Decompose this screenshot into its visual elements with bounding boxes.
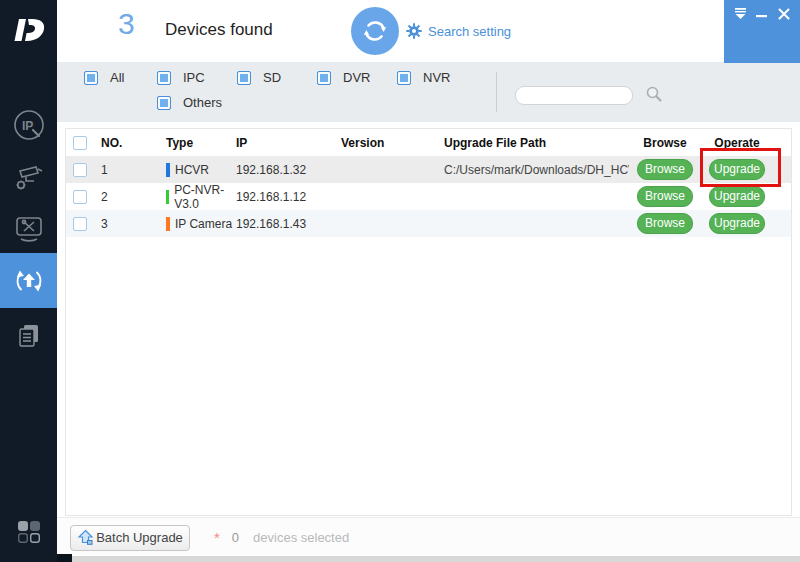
search-setting-button[interactable]: Search setting xyxy=(406,23,511,39)
selected-count: 0 xyxy=(232,530,239,545)
ip-modify-icon: IP xyxy=(10,106,48,144)
filter-label: All xyxy=(110,70,124,85)
refresh-button[interactable] xyxy=(351,7,399,55)
col-no: NO. xyxy=(96,129,161,156)
document-icon xyxy=(13,320,45,352)
col-ip: IP xyxy=(233,129,339,156)
batch-upgrade-button[interactable]: Batch Upgrade xyxy=(70,525,190,551)
selected-count-label: devices selected xyxy=(253,530,349,545)
table-header-row: NO. Type IP Version Upgrade File Path Br… xyxy=(66,129,791,156)
gear-icon xyxy=(406,23,422,39)
filter-checkbox[interactable] xyxy=(157,96,171,110)
row-ip: 192.168.1.32 xyxy=(233,156,339,183)
row-type: PC-NVR-V3.0 xyxy=(174,183,233,211)
row-version xyxy=(339,156,441,183)
header: 3 Devices found xyxy=(57,0,800,62)
upgrade-button[interactable]: Upgrade xyxy=(709,186,765,207)
row-version xyxy=(339,183,441,210)
col-version: Version xyxy=(339,129,441,156)
filter-checkbox[interactable] xyxy=(237,71,251,85)
row-checkbox[interactable] xyxy=(73,190,87,204)
camera-config-icon xyxy=(11,161,47,197)
row-no: 3 xyxy=(96,210,161,237)
row-version xyxy=(339,210,441,237)
type-color-bar xyxy=(166,217,170,231)
filter-item: Others xyxy=(157,95,222,110)
sidebar-item-ip-modify[interactable]: IP xyxy=(0,103,57,147)
filter-checkbox[interactable] xyxy=(157,71,171,85)
browse-button[interactable]: Browse xyxy=(637,159,693,180)
row-no: 1 xyxy=(96,156,161,183)
upgrade-button[interactable]: Upgrade xyxy=(709,213,765,234)
sidebar: IP xyxy=(0,0,57,562)
col-operate: Operate xyxy=(701,129,791,156)
sidebar-item-maintenance[interactable] xyxy=(0,208,57,252)
batch-upgrade-label: Batch Upgrade xyxy=(96,530,183,545)
dahua-logo xyxy=(0,8,57,52)
filter-bar: All IPC SD DVR NVR Others xyxy=(57,62,800,122)
sidebar-item-document[interactable] xyxy=(0,314,57,358)
device-count: 3 xyxy=(118,7,135,41)
svg-text:IP: IP xyxy=(22,119,33,133)
refresh-icon xyxy=(361,17,389,45)
upgrade-icon xyxy=(12,264,46,298)
row-upgrade-file-path xyxy=(441,183,629,210)
page-title: Devices found xyxy=(165,20,273,40)
row-type: HCVR xyxy=(175,163,209,177)
search-setting-label: Search setting xyxy=(428,24,511,39)
upload-arrow-icon xyxy=(77,529,94,546)
filter-label: IPC xyxy=(183,70,205,85)
close-icon[interactable] xyxy=(776,7,792,21)
about-icon xyxy=(16,519,42,545)
footer-bar: Batch Upgrade * 0 devices selected xyxy=(57,517,800,557)
filter-item: SD xyxy=(237,70,281,85)
search-input[interactable] xyxy=(515,86,633,105)
browse-button[interactable]: Browse xyxy=(637,186,693,207)
minimize-icon[interactable] xyxy=(754,7,770,21)
row-type: IP Camera xyxy=(175,217,232,231)
filter-checkbox[interactable] xyxy=(84,71,98,85)
app-window: IP xyxy=(0,0,800,562)
window-bottom-edge xyxy=(72,556,800,562)
dahua-logo-icon xyxy=(12,16,46,44)
filter-label: DVR xyxy=(343,70,370,85)
magnifier-icon[interactable] xyxy=(645,85,663,107)
maintenance-icon xyxy=(12,213,46,247)
type-color-bar xyxy=(166,190,169,204)
select-all-checkbox[interactable] xyxy=(73,136,87,150)
filter-item: NVR xyxy=(397,70,450,85)
table-body: 1 HCVR 192.168.1.32 C:/Users/mark/Downlo… xyxy=(66,156,791,237)
row-upgrade-file-path xyxy=(441,210,629,237)
col-upgrade-file-path: Upgrade File Path xyxy=(441,129,629,156)
col-browse: Browse xyxy=(629,129,701,156)
collapse-icon[interactable] xyxy=(732,7,748,21)
row-checkbox[interactable] xyxy=(73,217,87,231)
filter-divider xyxy=(496,72,497,112)
upgrade-button[interactable]: Upgrade xyxy=(709,159,765,180)
filter-checkbox[interactable] xyxy=(397,71,411,85)
table-row: 3 IP Camera 192.168.1.43 Browse Upgrade xyxy=(66,210,791,237)
required-mark: * xyxy=(214,529,220,546)
sidebar-item-upgrade[interactable] xyxy=(0,253,57,308)
sidebar-item-about[interactable] xyxy=(0,514,57,550)
row-ip: 192.168.1.12 xyxy=(233,183,339,210)
row-checkbox[interactable] xyxy=(73,163,87,177)
filter-label: Others xyxy=(183,95,222,110)
filter-checkbox[interactable] xyxy=(317,71,331,85)
window-edge-notch xyxy=(57,554,72,562)
filter-label: SD xyxy=(263,70,281,85)
filter-item: DVR xyxy=(317,70,370,85)
row-ip: 192.168.1.43 xyxy=(233,210,339,237)
sidebar-item-camera-config[interactable] xyxy=(0,157,57,201)
browse-button[interactable]: Browse xyxy=(637,213,693,234)
row-upgrade-file-path: C:/Users/mark/Downloads/DH_HCVR... xyxy=(441,156,629,183)
type-color-bar xyxy=(166,163,170,177)
filter-item: IPC xyxy=(157,70,205,85)
filter-label: NVR xyxy=(423,70,450,85)
filter-item: All xyxy=(84,70,124,85)
titlebar-controls xyxy=(724,0,800,63)
table-row: 2 PC-NVR-V3.0 192.168.1.12 Browse Upgrad… xyxy=(66,183,791,210)
device-table: NO. Type IP Version Upgrade File Path Br… xyxy=(65,128,792,516)
table-row: 1 HCVR 192.168.1.32 C:/Users/mark/Downlo… xyxy=(66,156,791,183)
col-type: Type xyxy=(161,129,233,156)
